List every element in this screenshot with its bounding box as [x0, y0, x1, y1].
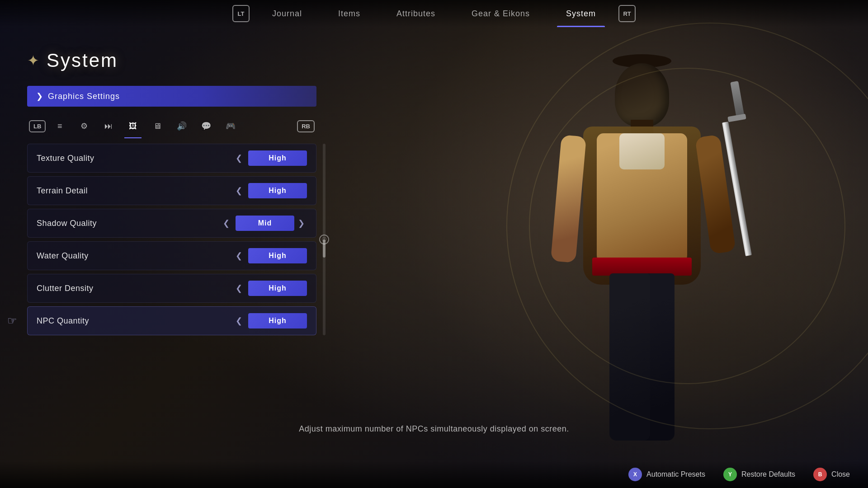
water-quality-label: Water Quality	[37, 251, 89, 261]
monitor-icon: 🖥	[153, 122, 161, 131]
npc-quantity-value: High	[248, 313, 307, 328]
tab-gamepad-icon[interactable]: 🎮	[220, 116, 241, 136]
nav-item-system[interactable]: System	[548, 0, 614, 27]
list-icon: ≡	[57, 122, 62, 131]
settings-header[interactable]: ❯ Graphics Settings	[27, 86, 316, 107]
x-button: X	[628, 468, 642, 481]
clutter-density-value: High	[248, 281, 307, 296]
npc-quantity-label: NPC Quantity	[37, 316, 89, 326]
rb-button[interactable]: RB	[297, 120, 315, 132]
rt-button[interactable]: RT	[618, 5, 636, 22]
lt-button[interactable]: LT	[232, 5, 250, 22]
nav-item-attributes[interactable]: Attributes	[378, 0, 453, 27]
automatic-presets-label: Automatic Presets	[646, 470, 705, 479]
texture-quality-label: Texture Quality	[37, 154, 94, 163]
restore-defaults-action[interactable]: Y Restore Defaults	[723, 468, 795, 481]
bottom-bar: X Automatic Presets Y Restore Defaults B…	[0, 461, 868, 488]
chat-icon: 💬	[201, 121, 211, 131]
water-quality-value: High	[248, 248, 307, 263]
tab-skip-icon[interactable]: ⏭	[98, 116, 119, 136]
audio-icon: 🔊	[177, 121, 187, 131]
shadow-quality-left-arrow[interactable]: ❮	[223, 218, 232, 228]
restore-defaults-label: Restore Defaults	[741, 470, 795, 479]
terrain-detail-left-arrow[interactable]: ❮	[236, 186, 245, 196]
tab-icons-row: LB ≡ ⚙ ⏭ 🖼 🖥 🔊 💬 🎮 RB	[27, 116, 316, 136]
setting-row-water-quality[interactable]: Water Quality ❮ High	[27, 241, 316, 270]
terrain-detail-control: ❮ High	[236, 183, 307, 198]
nav-item-items[interactable]: Items	[320, 0, 378, 27]
settings-header-arrow: ❯	[36, 91, 43, 101]
shadow-quality-right-arrow[interactable]: ❯	[298, 218, 307, 228]
system-icon: ✦	[27, 52, 39, 69]
terrain-detail-value: High	[248, 183, 307, 198]
gamepad-icon: 🎮	[226, 121, 236, 131]
setting-row-shadow-quality[interactable]: Shadow Quality ❮ Mid ❯	[27, 209, 316, 238]
b-button: B	[813, 468, 827, 481]
texture-quality-left-arrow[interactable]: ❮	[236, 153, 245, 163]
image-icon: 🖼	[129, 122, 137, 131]
page-title: System	[47, 50, 118, 71]
tab-list-icon[interactable]: ≡	[49, 116, 70, 136]
scroll-icon: ⓡ	[319, 235, 329, 244]
shadow-quality-label: Shadow Quality	[37, 219, 97, 228]
nav-item-journal[interactable]: Journal	[254, 0, 320, 27]
selection-pointer: ☞	[7, 314, 17, 327]
setting-row-clutter-density[interactable]: Clutter Density ❮ High	[27, 274, 316, 303]
shadow-quality-control: ❮ Mid ❯	[223, 216, 307, 231]
texture-quality-control: ❮ High	[236, 150, 307, 166]
npc-quantity-control: ❮ High	[236, 313, 307, 328]
tab-monitor-icon[interactable]: 🖥	[147, 116, 168, 136]
gear-icon: ⚙	[80, 121, 88, 131]
description-text: Adjust maximum number of NPCs simultaneo…	[0, 424, 868, 434]
clutter-density-label: Clutter Density	[37, 284, 94, 293]
terrain-detail-label: Terrain Detail	[37, 186, 88, 196]
nav-item-gear[interactable]: Gear & Eikons	[453, 0, 548, 27]
close-action[interactable]: B Close	[813, 468, 850, 481]
setting-row-npc-quantity[interactable]: ☞ NPC Quantity ❮ High	[27, 306, 316, 335]
texture-quality-value: High	[248, 150, 307, 166]
settings-list: Texture Quality ❮ High Terrain Detail ❮ …	[27, 144, 316, 335]
top-navigation: LT Journal Items Attributes Gear & Eikon…	[0, 0, 868, 27]
water-quality-control: ❮ High	[236, 248, 307, 263]
tab-audio-icon[interactable]: 🔊	[171, 116, 192, 136]
shadow-quality-value: Mid	[236, 216, 294, 231]
page-title-area: ✦ System	[27, 50, 118, 71]
y-button: Y	[723, 468, 737, 481]
skip-icon: ⏭	[104, 122, 113, 131]
main-panel: ❯ Graphics Settings LB ≡ ⚙ ⏭ 🖼 🖥 🔊 💬 🎮	[27, 86, 316, 335]
npc-quantity-left-arrow[interactable]: ❮	[236, 316, 245, 326]
close-label: Close	[831, 470, 850, 479]
tab-image-icon[interactable]: 🖼	[123, 116, 143, 136]
setting-row-terrain-detail[interactable]: Terrain Detail ❮ High	[27, 176, 316, 205]
tab-chat-icon[interactable]: 💬	[196, 116, 217, 136]
tab-gear-icon[interactable]: ⚙	[74, 116, 94, 136]
automatic-presets-action[interactable]: X Automatic Presets	[628, 468, 705, 481]
lb-button[interactable]: LB	[29, 120, 46, 132]
decorative-arc-2	[529, 68, 845, 384]
setting-row-texture-quality[interactable]: Texture Quality ❮ High	[27, 144, 316, 173]
settings-header-label: Graphics Settings	[48, 92, 120, 101]
clutter-density-left-arrow[interactable]: ❮	[236, 283, 245, 293]
clutter-density-control: ❮ High	[236, 281, 307, 296]
water-quality-left-arrow[interactable]: ❮	[236, 251, 245, 261]
